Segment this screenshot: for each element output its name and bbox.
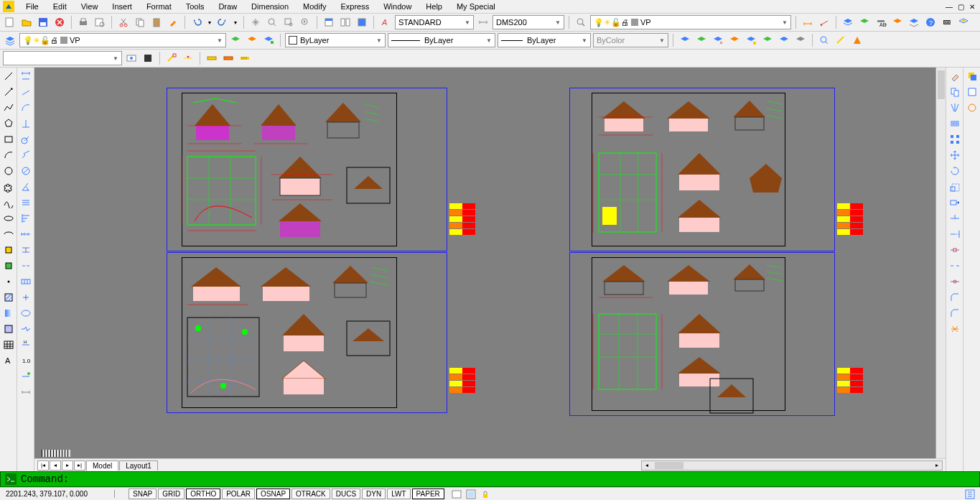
save-icon[interactable] [36,15,50,29]
dim-radius-icon[interactable] [19,132,33,147]
scroll-right-icon[interactable]: ▸ [932,461,942,470]
layer-props-icon[interactable] [3,33,17,47]
join-icon[interactable] [948,274,962,289]
quick-dim-icon[interactable] [19,195,33,210]
dim-edit-icon[interactable]: H [19,338,33,352]
layer-states-icon[interactable] [857,15,872,29]
menu-help[interactable]: Help [419,1,449,12]
dim-text-edit-icon[interactable]: 1.0 [19,353,33,368]
layer-iso-icon[interactable] [907,15,921,29]
textstyle-icon[interactable]: A [378,15,393,29]
scale-icon[interactable] [948,180,962,194]
vertical-scrollbar[interactable] [935,68,946,458]
draworder-icon[interactable] [965,69,979,83]
ellipse-icon[interactable] [1,211,16,226]
undo-dropdown-icon[interactable]: ▼ [206,15,213,29]
layer-lock-icon[interactable] [744,33,758,47]
layer-edit-icon[interactable]: ABC [874,15,888,29]
dim-diameter-icon[interactable] [19,164,33,178]
make-block-icon[interactable] [1,259,16,273]
minimize-icon[interactable]: — [944,1,954,11]
erase-icon[interactable] [948,69,962,83]
tab-last-icon[interactable]: ▸| [74,460,85,471]
dim-linear-icon[interactable] [801,15,815,29]
chamfer-icon[interactable] [948,290,962,305]
polyline-icon[interactable] [1,101,16,115]
coordinates-readout[interactable]: 2201.243, 379.107, 0.000 [0,490,115,498]
pan-icon[interactable] [248,15,263,29]
snap-midpoint-icon[interactable] [181,51,195,65]
preview-icon[interactable] [93,15,107,29]
explode-icon[interactable] [948,322,962,336]
layer-combo-top[interactable]: 💡 ☀ 🔓 🖨 VP ▼ [590,15,791,29]
menu-dimension[interactable]: Dimension [244,1,296,12]
dim-linear2-icon[interactable] [19,69,33,83]
menu-window[interactable]: Window [376,1,419,12]
array-icon[interactable] [948,132,962,147]
revcloud-icon[interactable] [1,180,16,194]
extend-icon[interactable] [948,227,962,241]
dim-ordinate-icon[interactable] [19,116,33,131]
dim-angular-icon[interactable] [19,180,33,194]
stretch-icon[interactable] [948,195,962,210]
open-icon[interactable] [19,15,34,29]
menu-insert[interactable]: Insert [105,1,139,12]
new-icon[interactable] [3,15,17,29]
dim-aligned-icon[interactable] [817,15,831,29]
toggle-dyn[interactable]: DYN [362,489,386,499]
layer-merge-icon[interactable] [261,33,276,47]
measure2-icon[interactable] [238,51,252,65]
arc-icon[interactable] [1,148,16,162]
lineweight-combo[interactable]: ByLayer ▼ [498,33,591,47]
break-point-icon[interactable] [948,243,962,257]
menu-edit[interactable]: Edit [46,1,74,12]
inspect-icon[interactable] [19,306,33,320]
menu-file[interactable]: File [19,1,46,12]
layer-combo[interactable]: 💡 ☀ 🔓 🖨 VP ▼ [19,33,226,47]
paste-icon[interactable] [149,15,164,29]
drawing-canvas[interactable] [34,68,946,458]
revcloud2-icon[interactable] [965,101,979,115]
layer-uniso-icon[interactable] [694,33,709,47]
toggle-grid[interactable]: GRID [158,489,185,499]
dim-update-icon[interactable] [19,369,33,384]
linetype-combo[interactable]: ByLayer ▼ [388,33,495,47]
dim-break-icon[interactable] [19,259,33,273]
maximize-icon[interactable]: ▢ [956,1,966,11]
textstyle-combo[interactable]: STANDARD ▼ [395,15,474,29]
area-icon[interactable] [850,33,864,47]
menu-myspecial[interactable]: My Special [449,1,503,12]
layer-on-icon[interactable] [777,33,791,47]
layer-help-icon[interactable]: ? [923,15,938,29]
toggle-ducs[interactable]: DUCS [332,489,360,499]
redo-dropdown-icon[interactable]: ▼ [232,15,239,29]
design-center-icon[interactable] [338,15,353,29]
circle-icon[interactable] [1,164,16,178]
lock-vp-icon[interactable] [480,489,491,500]
model-paper-icon[interactable] [451,489,462,500]
named-view-combo[interactable]: ▼ [3,51,122,65]
insert-block-icon[interactable] [1,243,16,257]
print-icon[interactable] [76,15,90,29]
baseline-dim-icon[interactable] [19,211,33,226]
toggle-polar[interactable]: POLAR [222,489,255,499]
menu-format[interactable]: Format [139,1,179,12]
offset-icon[interactable] [948,116,962,131]
dim-aligned2-icon[interactable] [19,85,33,99]
jog-line-icon[interactable] [19,322,33,336]
wipeout-icon[interactable] [965,85,979,99]
tool-palette-icon[interactable] [355,15,369,29]
region-icon[interactable] [1,322,16,336]
close-doc-icon[interactable] [52,15,67,29]
toggle-lwt[interactable]: LWT [387,489,410,499]
dim-jogged-icon[interactable] [19,148,33,162]
center-mark-icon[interactable] [19,290,33,305]
tab-layout1[interactable]: Layout1 [119,460,158,471]
maximize-vp-icon[interactable] [465,489,477,500]
tab-prev-icon[interactable]: ◂ [50,460,61,471]
point-icon[interactable] [1,274,16,289]
fillet-icon[interactable] [948,306,962,320]
rectangle-icon[interactable] [1,132,16,147]
gradient-icon[interactable] [1,306,16,320]
tolerance-icon[interactable] [19,274,33,289]
